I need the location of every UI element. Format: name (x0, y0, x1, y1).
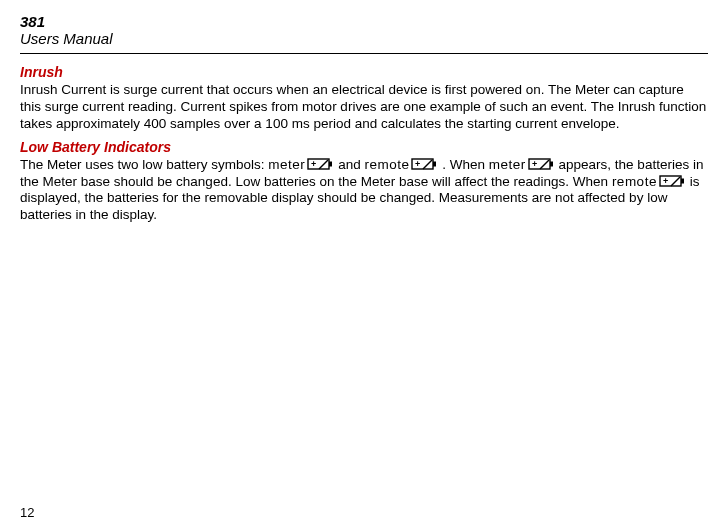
page-number: 12 (20, 505, 34, 520)
inrush-body: Inrush Current is surge current that occ… (20, 82, 708, 133)
inrush-heading: Inrush (20, 64, 708, 80)
svg-text:+: + (532, 159, 537, 169)
svg-rect-13 (681, 178, 684, 183)
battery-icon: + (528, 158, 554, 170)
meter-label-2: meter (489, 157, 526, 172)
svg-text:+: + (415, 159, 420, 169)
lowbat-text-1: The Meter uses two low battery symbols: (20, 157, 265, 172)
lowbat-heading: Low Battery Indicators (20, 139, 708, 155)
header-model: 381 (20, 14, 708, 31)
battery-icon: + (411, 158, 437, 170)
lowbat-text-2: and (338, 157, 361, 172)
svg-text:+: + (311, 159, 316, 169)
lowbat-body: The Meter uses two low battery symbols: … (20, 157, 708, 225)
remote-label-2: remote (612, 174, 657, 189)
svg-rect-9 (550, 161, 553, 166)
svg-rect-5 (433, 161, 436, 166)
header-rule (20, 53, 708, 54)
remote-label-1: remote (364, 157, 409, 172)
svg-text:+: + (663, 176, 668, 186)
header-title: Users Manual (20, 31, 708, 48)
battery-icon: + (659, 175, 685, 187)
battery-icon: + (307, 158, 333, 170)
meter-label-1: meter (268, 157, 305, 172)
lowbat-text-3: . When (442, 157, 485, 172)
svg-rect-1 (329, 161, 332, 166)
